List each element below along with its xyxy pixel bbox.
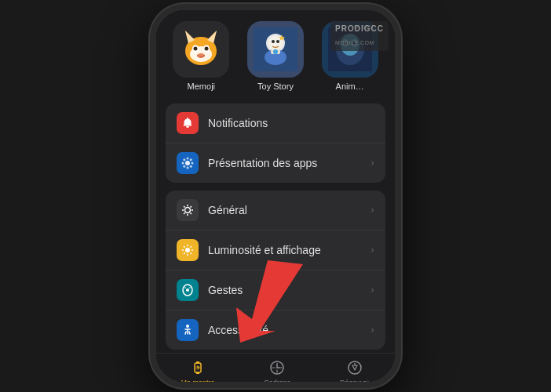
tab-ma-montre-icon: [188, 358, 207, 377]
presentation-chevron: ›: [370, 157, 374, 169]
svg-point-42: [186, 325, 189, 328]
toystory-icon: [247, 21, 304, 78]
svg-point-26: [353, 42, 356, 45]
anim-icon: 64 BPM,: [322, 21, 378, 78]
svg-point-29: [187, 167, 189, 169]
luminosite-row[interactable]: Luminosité et affichage ›: [166, 230, 385, 270]
accessibilite-icon: [177, 319, 199, 341]
svg-point-33: [190, 165, 192, 168]
settings-area: Notifications: [156, 99, 395, 353]
tab-cadrans-label: Cadrans: [264, 379, 290, 382]
presentation-label: Présentation des apps: [208, 157, 367, 169]
svg-point-40: [184, 287, 186, 289]
anim-label: Anim…: [336, 82, 364, 91]
settings-group-2: Général › Luminosité et affichage ›: [166, 191, 385, 350]
gestes-icon: [177, 279, 199, 301]
svg-point-25: [344, 42, 347, 45]
gestes-row[interactable]: Gestes ›: [166, 270, 385, 310]
svg-point-18: [273, 49, 278, 54]
svg-point-41: [189, 287, 191, 289]
svg-point-15: [272, 40, 275, 43]
settings-group-1: Notifications: [166, 103, 385, 183]
presentation-icon: [177, 152, 199, 174]
apps-row: Memoji: [156, 10, 395, 99]
tab-decouvrir[interactable]: Découvrir: [340, 358, 370, 382]
tab-ma-montre[interactable]: Ma montre: [181, 358, 214, 382]
svg-point-32: [183, 158, 185, 161]
general-label: Général: [208, 204, 367, 216]
svg-point-31: [192, 162, 194, 165]
gestes-chevron: ›: [370, 284, 374, 296]
tab-cadrans-icon: [268, 358, 286, 377]
app-anim[interactable]: 64 BPM, Anim…: [322, 21, 378, 91]
svg-rect-48: [196, 361, 199, 364]
svg-point-28: [187, 158, 189, 160]
memoji-label: Memoji: [188, 82, 215, 91]
tab-decouvrir-label: Découvrir: [340, 379, 370, 382]
notifications-label: Notifications: [208, 117, 374, 129]
svg-point-36: [185, 208, 191, 213]
tab-decouvrir-icon: [345, 358, 364, 377]
svg-point-27: [185, 161, 190, 165]
bpm-badge: 64 BPM,: [354, 24, 375, 30]
svg-point-9: [205, 47, 209, 51]
luminosite-chevron: ›: [370, 244, 374, 256]
luminosite-label: Luminosité et affichage: [208, 244, 367, 256]
general-icon: [177, 199, 199, 221]
notifications-icon: [177, 112, 199, 134]
presentation-row[interactable]: Présentation des apps ›: [166, 143, 385, 183]
accessibilite-chevron: ›: [370, 324, 374, 336]
phone-frame: PRODIGCC MOBILE.COM: [150, 4, 401, 388]
accessibilite-label: Accessibilité: [208, 324, 367, 336]
phone-screen: PRODIGCC MOBILE.COM: [156, 10, 395, 382]
svg-point-16: [276, 40, 279, 43]
svg-marker-58: [352, 365, 357, 370]
svg-rect-49: [196, 372, 199, 374]
notifications-row[interactable]: Notifications: [166, 103, 385, 143]
memoji-icon: [173, 21, 229, 78]
general-row[interactable]: Général ›: [166, 191, 385, 230]
svg-point-37: [185, 248, 190, 252]
accessibilite-row[interactable]: Accessibilité ›: [166, 310, 385, 350]
svg-point-34: [183, 165, 185, 168]
tab-bar: Ma montre Cadrans: [156, 353, 395, 382]
general-chevron: ›: [370, 204, 374, 216]
tab-ma-montre-label: Ma montre: [181, 379, 214, 382]
luminosite-icon: [177, 239, 199, 261]
svg-point-8: [194, 47, 198, 51]
tab-cadrans[interactable]: Cadrans: [264, 358, 290, 382]
app-memoji[interactable]: Memoji: [173, 21, 229, 91]
app-toystory[interactable]: Toy Story: [247, 21, 304, 91]
svg-point-39: [186, 289, 189, 292]
toystory-label: Toy Story: [257, 82, 294, 91]
svg-point-14: [268, 36, 283, 50]
svg-point-30: [182, 162, 184, 165]
gestes-label: Gestes: [208, 284, 367, 296]
svg-point-35: [190, 158, 192, 161]
